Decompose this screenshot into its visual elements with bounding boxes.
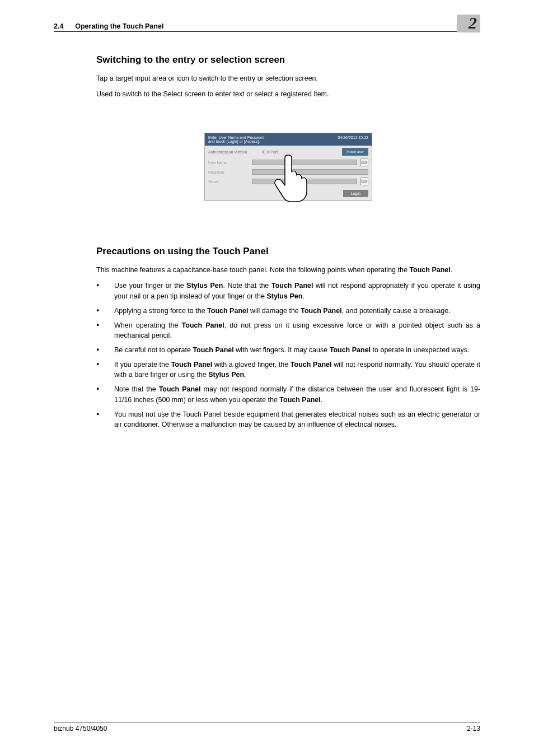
figure-password-label: Password (208, 170, 252, 174)
list-item: Applying a strong force to the Touch Pan… (96, 306, 480, 316)
section-number: 2.4 (54, 22, 63, 30)
keyboard-icon[interactable]: ⌨ (360, 158, 368, 166)
list-item: If you operate the Touch Panel with a gl… (96, 360, 480, 380)
keyboard-icon[interactable]: ⌨ (360, 178, 368, 185)
figure-title-line1: Enter User Name and Password, (208, 136, 265, 139)
precaution-list: Use your finger or the Stylus Pen. Note … (96, 281, 480, 430)
list-item: Use your finger or the Stylus Pen. Note … (96, 281, 480, 301)
list-item: Note that the Touch Panel may not respon… (96, 384, 480, 404)
intro-post: . (451, 266, 452, 274)
figure-title-line2: and touch [Login] or [Access]. (208, 139, 260, 143)
figure-login-button[interactable]: Login (343, 190, 368, 197)
figure-datetime: 04/26/2013 15:22 (338, 136, 369, 143)
footer-page: 2-13 (467, 725, 480, 732)
heading-precautions: Precautions on using the Touch Panel (96, 246, 480, 257)
page-header: 2.4 Operating the Touch Panel (54, 22, 480, 32)
figure-select-screen: Enter User Name and Password, and touch … (204, 133, 372, 201)
chapter-badge: 2 (457, 15, 480, 32)
para-tap: Tap a target input area or icon to switc… (96, 73, 480, 83)
page-footer: bizhub 4750/4050 2-13 (54, 722, 480, 732)
list-item: Be careful not to operate Touch Panel wi… (96, 345, 480, 355)
precautions-intro: This machine features a capacitance-base… (96, 265, 480, 275)
figure-auth-method-label: Authentication Method (208, 150, 247, 154)
list-item: You must not use the Touch Panel beside … (96, 409, 480, 430)
figure-title-bar: Enter User Name and Password, and touch … (205, 133, 372, 146)
footer-product: bizhub 4750/4050 (54, 725, 107, 732)
para-used-to: Used to switch to the Select screen to e… (96, 89, 480, 99)
chapter-number: 2 (469, 13, 477, 32)
heading-switching: Switching to the entry or selection scre… (96, 54, 480, 66)
intro-pre: This machine features a capacitance-base… (96, 266, 409, 274)
figure-public-user-button[interactable]: Public User (342, 148, 368, 156)
intro-b1: Touch Panel (409, 266, 450, 274)
list-item: When operating the Touch Panel, do not p… (96, 320, 480, 340)
section-title: Operating the Touch Panel (75, 22, 163, 30)
figure-user-name-label: User Name (208, 161, 252, 165)
page-content: Switching to the entry or selection scre… (96, 54, 480, 430)
figure-server-label: Server (208, 180, 252, 184)
tap-hand-icon (272, 152, 311, 203)
